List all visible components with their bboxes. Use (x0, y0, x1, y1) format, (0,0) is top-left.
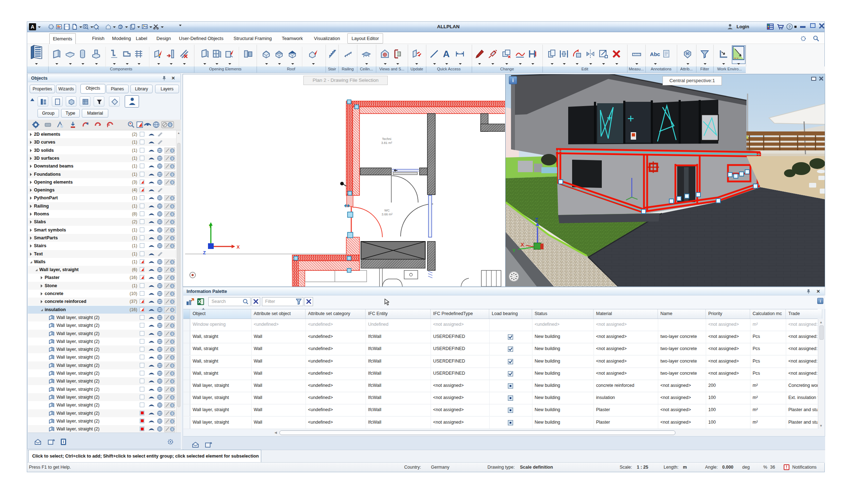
svg-text:i: i (172, 356, 173, 359)
svg-text:3.81 m²: 3.81 m² (381, 141, 392, 145)
svg-text:i: i (172, 260, 173, 264)
svg-text:Z: Z (535, 216, 538, 223)
svg-text:i: i (172, 157, 173, 160)
svg-text:Z: Z (203, 250, 206, 255)
svg-text:i: i (172, 348, 173, 351)
svg-text:Y: Y (512, 248, 516, 253)
svg-text:i: i (172, 181, 173, 184)
svg-text:90: 90 (685, 52, 690, 56)
svg-text:i: i (172, 340, 173, 344)
svg-text:i: i (172, 276, 173, 280)
svg-text:i: i (172, 244, 173, 248)
svg-text:i: i (172, 205, 173, 208)
svg-text:i: i (172, 284, 173, 288)
svg-text:Y: Y (209, 224, 212, 229)
svg-text:i: i (172, 412, 173, 415)
svg-text:i: i (172, 324, 173, 328)
svg-text:i: i (172, 300, 173, 304)
svg-text:i: i (170, 123, 171, 127)
svg-text:i: i (172, 404, 173, 407)
svg-text:i: i (172, 420, 173, 423)
svg-text:i: i (172, 308, 173, 312)
svg-text:i: i (172, 396, 173, 399)
svg-text:i: i (172, 229, 173, 232)
svg-text:i: i (172, 236, 173, 240)
svg-text:WC: WC (385, 209, 390, 212)
svg-text:Techni: Techni (382, 137, 391, 141)
svg-text:?: ? (788, 25, 791, 29)
svg-text:i: i (172, 165, 173, 168)
svg-text:i: i (172, 149, 173, 153)
svg-text:X: X (198, 299, 201, 304)
svg-text:i: i (172, 316, 173, 320)
svg-text:3.66 m²: 3.66 m² (382, 213, 393, 216)
svg-text:X: X (237, 244, 240, 250)
svg-text:i: i (172, 332, 173, 336)
svg-text:i: i (172, 173, 173, 176)
svg-text:i: i (172, 196, 173, 200)
svg-text:i: i (172, 268, 173, 272)
svg-text:X: X (521, 242, 524, 248)
svg-text:i: i (172, 428, 173, 431)
svg-text:i: i (172, 388, 173, 391)
svg-text:i: i (172, 380, 173, 383)
svg-text:i: i (172, 372, 173, 375)
svg-text:Abc: Abc (650, 51, 660, 57)
svg-text:i: i (172, 220, 173, 224)
svg-text:A: A (443, 49, 450, 59)
svg-text:i: i (172, 292, 173, 296)
svg-text:i: i (172, 213, 173, 216)
svg-text:i: i (172, 364, 173, 368)
